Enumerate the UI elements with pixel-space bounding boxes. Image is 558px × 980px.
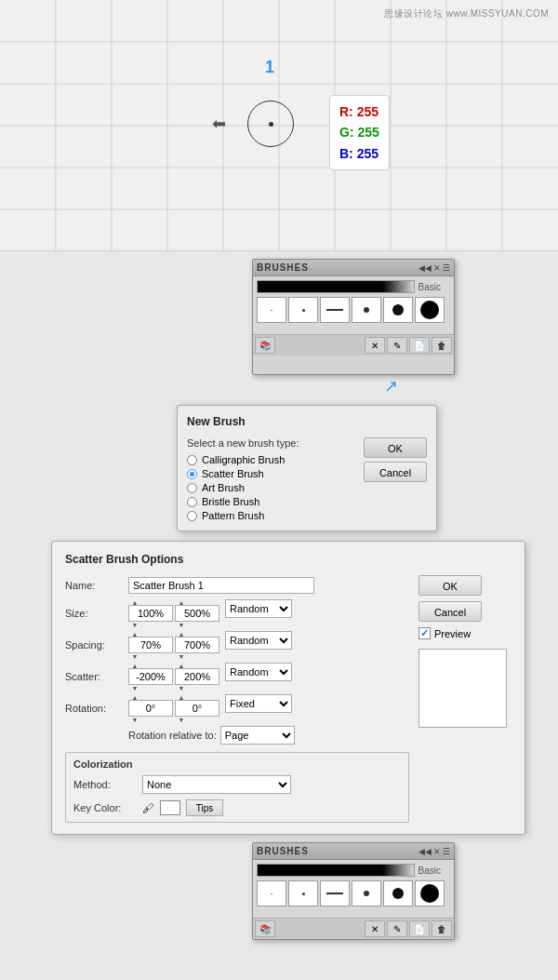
rotation-steppers: ▲ ▼ ▲ ▼ Fixed Random xyxy=(128,694,292,722)
panel-controls-bottom[interactable]: ◀◀ ✕ ☰ xyxy=(418,847,450,856)
scatter-max-input[interactable] xyxy=(175,668,219,685)
key-color-swatch[interactable] xyxy=(160,800,180,815)
size-min-down[interactable]: ▼ xyxy=(128,622,141,627)
new-btn-bottom[interactable]: 📄 xyxy=(409,920,430,937)
options-btn-bottom[interactable]: ✎ xyxy=(387,920,407,937)
scatter-max-stepper: ▲ ▼ xyxy=(175,663,219,691)
rotation-min-down[interactable]: ▼ xyxy=(128,717,141,722)
brush-swatch-2[interactable] xyxy=(288,297,318,323)
options-btn-top[interactable]: ✎ xyxy=(387,337,407,354)
scatter-min-stepper: ▲ ▼ xyxy=(128,663,173,691)
remove-btn-top[interactable]: ✕ xyxy=(365,337,385,354)
new-brush-buttons: OK Cancel xyxy=(364,437,427,521)
spacing-method-select[interactable]: Random Fixed xyxy=(225,631,292,650)
brush-dot-small xyxy=(302,309,305,312)
size-method-select[interactable]: Random Fixed Pressure xyxy=(225,599,292,618)
panel-menu-btn-bottom[interactable]: ☰ xyxy=(443,847,450,856)
key-color-label: Key Color: xyxy=(73,802,137,813)
canvas-number: 1 xyxy=(265,58,274,77)
spacing-max-stepper: ▲ ▼ xyxy=(175,631,219,659)
size-max-input[interactable] xyxy=(175,605,219,622)
scatter-min-down[interactable]: ▼ xyxy=(128,685,141,691)
green-value: G: 255 xyxy=(339,122,379,142)
radio-calligraphic-circle xyxy=(187,455,197,465)
brushes-titlebar-top[interactable]: BRUSHES ◀◀ ✕ ☰ xyxy=(253,260,454,276)
radio-scatter[interactable]: Scatter Brush xyxy=(187,468,356,479)
brushes-body-bottom: Basic - xyxy=(253,860,454,918)
scatter-cancel-btn[interactable]: Cancel xyxy=(418,601,482,622)
rotation-min-input[interactable] xyxy=(128,700,173,717)
delete-btn-top[interactable]: 🗑 xyxy=(432,337,452,354)
scatter-ok-btn[interactable]: OK xyxy=(418,575,482,596)
spacing-max-input[interactable] xyxy=(175,637,219,653)
brush-swatch-1[interactable]: - xyxy=(257,297,286,323)
panel-collapse-btn-top[interactable]: ◀◀ xyxy=(418,263,432,273)
libraries-btn-top[interactable]: 📚 xyxy=(255,337,275,354)
remove-btn-bottom[interactable]: ✕ xyxy=(365,920,385,937)
brush-swatch-3[interactable] xyxy=(320,297,350,323)
radio-calligraphic[interactable]: Calligraphic Brush xyxy=(187,454,356,465)
brush-swatch-b1[interactable]: - xyxy=(257,880,286,906)
size-max-down[interactable]: ▼ xyxy=(175,622,188,627)
radio-pattern[interactable]: Pattern Brush xyxy=(187,510,356,521)
panel-collapse-btn-bottom[interactable]: ◀◀ xyxy=(418,847,432,856)
preview-checkbox[interactable]: ✓ Preview xyxy=(418,627,471,639)
size-row: Size: ▲ ▼ ▲ ▼ Random Fixed xyxy=(65,599,409,627)
spacing-min-down[interactable]: ▼ xyxy=(128,653,141,659)
brush-dot-medium xyxy=(364,307,369,313)
brush-swatch-5[interactable] xyxy=(383,297,413,323)
libraries-btn-bottom[interactable]: 📚 xyxy=(255,920,275,937)
rotation-max-down[interactable]: ▼ xyxy=(175,717,188,722)
scatter-right-panel: OK Cancel ✓ Preview xyxy=(418,575,512,823)
brush-swatch-b6[interactable] xyxy=(415,880,445,906)
scatter-max-down[interactable]: ▼ xyxy=(175,685,188,691)
spacing-min-input[interactable] xyxy=(128,637,173,653)
colorization-group: Colorization Method: None Tints Tints an… xyxy=(65,752,409,823)
spacing-min-stepper: ▲ ▼ xyxy=(128,631,173,659)
panel-close-btn-top[interactable]: ✕ xyxy=(433,263,441,273)
brush-swatch-4[interactable] xyxy=(352,297,381,323)
panel-close-btn-bottom[interactable]: ✕ xyxy=(433,847,441,856)
colorization-method-select[interactable]: None Tints Tints and Shades Hue Shift xyxy=(142,775,291,794)
panel-controls-top[interactable]: ◀◀ ✕ ☰ xyxy=(418,263,450,273)
basic-label-top: Basic xyxy=(418,282,441,292)
size-steppers: ▲ ▼ ▲ ▼ Random Fixed Pressure xyxy=(128,599,292,627)
brush-dash-b xyxy=(326,893,343,894)
tips-button[interactable]: Tips xyxy=(186,799,223,816)
spacing-steppers: ▲ ▼ ▲ ▼ Random Fixed xyxy=(128,631,292,659)
preview-check-box[interactable]: ✓ xyxy=(418,627,431,639)
brush-dot-xlarge-b xyxy=(420,884,439,903)
brushes-swatches-row: - xyxy=(257,297,450,323)
preview-box xyxy=(418,649,507,728)
eyedropper-icon[interactable]: 🖋 xyxy=(142,801,154,815)
scatter-method-select[interactable]: Random Fixed xyxy=(225,663,292,681)
new-brush-ok-btn[interactable]: OK xyxy=(364,437,427,458)
radio-art[interactable]: Art Brush xyxy=(187,482,356,493)
rotation-method-select[interactable]: Fixed Random xyxy=(225,694,292,713)
new-btn-top[interactable]: 📄 xyxy=(409,337,430,354)
rotation-rel-select[interactable]: Page Path xyxy=(220,726,295,745)
brushes-body-top: Basic - xyxy=(253,276,454,334)
size-min-input[interactable] xyxy=(128,605,173,622)
brush-swatch-b5[interactable] xyxy=(383,880,413,906)
delete-btn-bottom[interactable]: 🗑 xyxy=(432,920,452,937)
radio-bristle[interactable]: Bristle Brush xyxy=(187,496,356,507)
brush-swatch-b4[interactable] xyxy=(352,880,381,906)
name-input[interactable] xyxy=(128,577,314,594)
scatter-steppers: ▲ ▼ ▲ ▼ Random Fixed xyxy=(128,663,292,691)
name-row: Name: xyxy=(65,575,409,596)
brushes-titlebar-bottom[interactable]: BRUSHES ◀◀ ✕ ☰ xyxy=(253,843,454,860)
checkmark-icon: ✓ xyxy=(420,627,429,639)
panel-menu-btn-top[interactable]: ☰ xyxy=(443,263,450,273)
new-brush-title: New Brush xyxy=(187,415,427,428)
new-brush-cancel-btn[interactable]: Cancel xyxy=(364,462,427,482)
brush-dot-large xyxy=(392,304,404,315)
blue-value: B: 255 xyxy=(339,143,379,164)
rotation-max-input[interactable] xyxy=(175,700,219,717)
brush-swatch-b2[interactable] xyxy=(288,880,318,906)
rotation-min-stepper: ▲ ▼ xyxy=(128,694,173,722)
scatter-min-input[interactable] xyxy=(128,668,173,685)
brush-swatch-b3[interactable] xyxy=(320,880,350,906)
brush-swatch-6[interactable] xyxy=(415,297,445,323)
spacing-max-down[interactable]: ▼ xyxy=(175,653,188,659)
